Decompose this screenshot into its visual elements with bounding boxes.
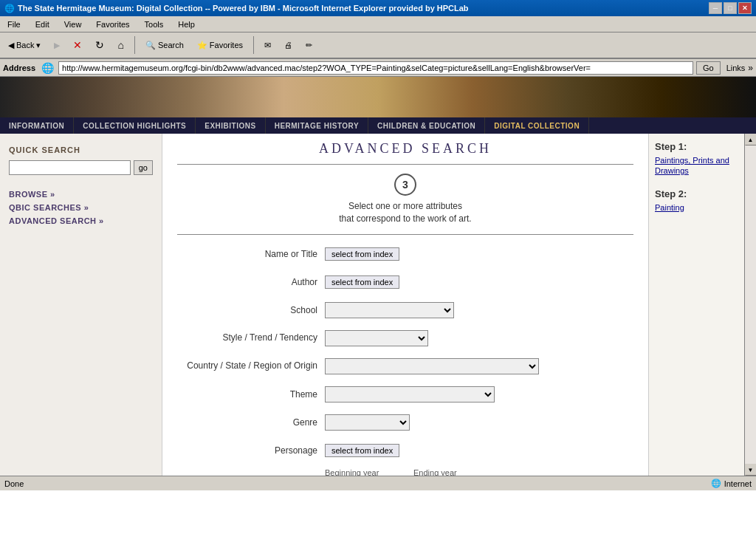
theme-select[interactable]	[325, 386, 495, 403]
scroll-track[interactable]	[745, 145, 756, 464]
nav-digital[interactable]: DIGITAL COLLECTION	[485, 117, 589, 134]
name-or-title-label: Name or Title	[177, 249, 325, 259]
school-label: School	[177, 305, 325, 315]
home-icon: ⌂	[117, 39, 123, 51]
genre-row: Genre	[177, 412, 633, 433]
menu-view[interactable]: View	[60, 18, 86, 30]
author-label: Author	[177, 277, 325, 287]
refresh-icon: ↻	[95, 39, 104, 51]
banner	[0, 77, 756, 117]
genre-label: Genre	[177, 417, 325, 428]
internet-icon: 🌐	[711, 479, 721, 488]
sidebar-links: BROWSE » QBIC SEARCHES » ADVANCED SEARCH…	[9, 190, 153, 225]
nav-history[interactable]: HERMITAGE HISTORY	[266, 117, 368, 134]
personage-index-button[interactable]: select from index	[325, 444, 399, 457]
home-button[interactable]: ⌂	[112, 35, 128, 55]
menu-favorites[interactable]: Favorites	[92, 18, 134, 30]
back-button[interactable]: ◀ Back ▾	[3, 35, 46, 55]
style-row: Style / Trend / Tendency	[177, 328, 633, 349]
stop-button[interactable]: ✕	[68, 35, 87, 55]
content-area: ADVANCED SEARCH 3 Select one or more att…	[162, 134, 756, 476]
personage-label: Personage	[177, 445, 325, 456]
step2-link[interactable]: Painting	[655, 202, 738, 213]
window-title: The State Hermitage Museum: Digital Coll…	[18, 4, 469, 13]
country-select[interactable]	[325, 358, 539, 374]
sidebar-browse-link[interactable]: BROWSE »	[9, 190, 153, 199]
refresh-button[interactable]: ↻	[90, 35, 109, 55]
links-arrow-icon: »	[748, 63, 753, 73]
search-label: Search	[158, 41, 184, 49]
back-icon: ◀	[8, 41, 14, 50]
edit-button[interactable]: ✏	[300, 35, 317, 55]
address-globe-icon: 🌐	[41, 62, 54, 74]
edit-icon: ✏	[306, 41, 312, 50]
quick-search-go-button[interactable]: go	[134, 160, 153, 175]
address-url: http://www.hermitagemuseum.org/fcgi-bin/…	[62, 64, 591, 72]
sidebar-qbic-link[interactable]: QBIC SEARCHES »	[9, 203, 153, 212]
genre-select[interactable]	[325, 414, 410, 431]
menu-edit[interactable]: Edit	[31, 18, 54, 30]
forward-icon: ▶	[54, 41, 60, 50]
nav-bar: INFORMATION COLLECTION HIGHLIGHTS EXHIBI…	[0, 117, 756, 134]
menu-bar: File Edit View Favorites Tools Help	[0, 16, 756, 32]
right-panel: Step 1: Paintings, Prints and Drawings S…	[648, 134, 744, 476]
nav-information[interactable]: INFORMATION	[0, 117, 74, 134]
links-label: Links	[726, 64, 746, 72]
sidebar-advanced-link[interactable]: ADVANCED SEARCH »	[9, 216, 153, 225]
internet-label: Internet	[724, 479, 752, 488]
step-circle: 3	[394, 174, 416, 196]
menu-tools[interactable]: Tools	[140, 18, 168, 30]
nav-collection[interactable]: COLLECTION HIGHLIGHTS	[74, 117, 196, 134]
stop-icon: ✕	[73, 39, 82, 51]
close-button[interactable]: ✕	[738, 2, 752, 14]
scrollbar[interactable]: ▲ ▼	[744, 134, 756, 476]
maximize-button[interactable]: □	[724, 2, 737, 14]
title-divider	[177, 164, 633, 165]
forward-button[interactable]: ▶	[49, 35, 65, 55]
quick-search-input[interactable]	[9, 160, 131, 175]
address-bar: Address 🌐 http://www.hermitagemuseum.org…	[0, 59, 756, 77]
go-button[interactable]: Go	[696, 61, 721, 75]
country-label: Country / State / Region of Origin	[177, 360, 325, 372]
ending-year-sublabel: Ending year	[413, 468, 457, 476]
step2-heading: Step 2:	[655, 188, 738, 199]
print-button[interactable]: 🖨	[279, 35, 298, 55]
scroll-up-button[interactable]: ▲	[745, 134, 757, 145]
back-label: Back	[16, 41, 34, 49]
scroll-down-button[interactable]: ▼	[745, 464, 757, 476]
country-row: Country / State / Region of Origin	[177, 356, 633, 377]
back-dropdown-icon: ▾	[36, 41, 41, 50]
form-area: ADVANCED SEARCH 3 Select one or more att…	[162, 134, 648, 476]
style-label: Style / Trend / Tendency	[177, 332, 325, 344]
address-label: Address	[3, 64, 35, 72]
style-select[interactable]	[325, 330, 428, 346]
mail-button[interactable]: ✉	[259, 35, 276, 55]
advanced-search-title: ADVANCED SEARCH	[177, 141, 633, 157]
toolbar: ◀ Back ▾ ▶ ✕ ↻ ⌂ 🔍 Search ⭐ Favorites ✉ …	[0, 32, 756, 59]
school-select[interactable]	[325, 302, 454, 318]
address-input-container[interactable]: http://www.hermitagemuseum.org/fcgi-bin/…	[58, 61, 693, 75]
menu-file[interactable]: File	[3, 18, 25, 30]
minimize-button[interactable]: ─	[709, 2, 722, 14]
step1-link[interactable]: Paintings, Prints and Drawings	[655, 155, 738, 177]
app-icon: 🌐	[4, 4, 15, 13]
author-index-button[interactable]: select from index	[325, 275, 399, 289]
favorites-button[interactable]: ⭐ Favorites	[192, 35, 248, 55]
nav-children[interactable]: CHILDREN & EDUCATION	[368, 117, 485, 134]
menu-help[interactable]: Help	[173, 18, 199, 30]
status-text: Done	[4, 479, 24, 488]
step-text: Select one or more attributes that corre…	[177, 200, 633, 225]
beginning-year-group: Beginning year BC AD	[325, 468, 391, 476]
sidebar: QUICK SEARCH go BROWSE » QBIC SEARCHES »…	[0, 134, 162, 476]
search-icon: 🔍	[145, 41, 156, 50]
search-button[interactable]: 🔍 Search	[140, 35, 189, 55]
theme-label: Theme	[177, 389, 325, 400]
name-or-title-row: Name or Title select from index	[177, 244, 633, 264]
school-row: School	[177, 300, 633, 321]
favorites-icon: ⭐	[197, 41, 207, 50]
ending-year-group: Ending year BC AD	[413, 468, 480, 476]
author-row: Author select from index	[177, 272, 633, 292]
step1-heading: Step 1:	[655, 141, 738, 152]
nav-exhibitions[interactable]: EXHIBITIONS	[196, 117, 265, 134]
name-or-title-index-button[interactable]: select from index	[325, 247, 399, 261]
